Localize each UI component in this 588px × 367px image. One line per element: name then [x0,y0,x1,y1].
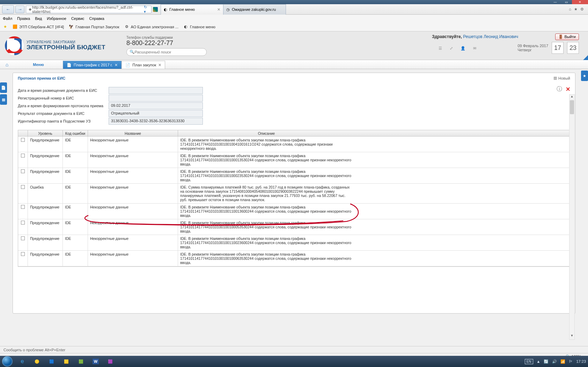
taskbar-app-2[interactable]: 🟩 [74,357,88,366]
table-row[interactable]: ПредупреждениеIDEНекорректные данныеIDE.… [18,137,570,152]
side-action-2[interactable]: ▦ [0,94,7,105]
row-checkbox-cell [18,204,28,219]
col-code: Код ошибки [63,130,88,136]
taskbar-word[interactable]: W [89,357,103,366]
panel-close-icon[interactable]: ✕ [566,86,570,93]
taskbar-ie[interactable]: e [15,357,29,366]
address-bar[interactable]: ◈ http://lk.budget.gov.ru/udu-webcenter/… [26,6,152,13]
tray-volume-icon[interactable]: 🔊 [552,359,557,364]
search-input[interactable] [134,50,204,54]
table-row[interactable]: ПредупреждениеIDEНекорректные данныеIDE.… [18,204,570,219]
tab-plan-zakupok[interactable]: 📄 План закупок ✕ [122,61,165,69]
menu-edit[interactable]: Правка [17,16,30,21]
cell-name: Некорректные данные [88,204,178,219]
tray-network-icon[interactable]: 📶 [560,359,565,364]
vertical-scrollbar[interactable]: ▲ ▼ [569,94,575,340]
menu-file[interactable]: Файл [3,16,12,21]
taskbar-explorer[interactable]: 🟨 [59,357,73,366]
browser-toolbar: ← → ◈ http://lk.budget.gov.ru/udu-webcen… [0,4,588,15]
tab-close-icon[interactable]: ✕ [217,7,220,12]
bookmark-item[interactable]: 🦅Главная Портал Закупок [69,24,119,29]
list-icon[interactable]: ☰ [439,46,442,51]
row-checkbox[interactable] [21,154,25,157]
row-checkbox[interactable] [21,205,25,209]
window-close-button[interactable]: ✕ [572,0,588,4]
mail-icon[interactable]: ✉ [473,46,476,51]
side-action-1[interactable]: 📄 [0,82,7,93]
back-button[interactable]: ← [2,5,14,14]
forward-button[interactable]: → [15,6,24,13]
user-icon[interactable]: 👤 [461,46,465,51]
taskbar-app-1[interactable]: 🟦 [45,357,59,366]
tray-chevron-icon[interactable]: ▲ [537,359,541,364]
time-minute: 23 [567,42,579,54]
tab-plan-grafik[interactable]: 📄 План-график с 2017 г. ✕ [63,61,122,69]
scroll-thumb[interactable] [570,100,574,114]
row-checkbox[interactable] [21,169,25,173]
cell-code: IDE [63,204,88,219]
table-row[interactable]: ПредупреждениеIDEНекорректные данныеIDE.… [18,152,570,168]
minimize-button[interactable]: — [550,0,561,4]
row-checkbox[interactable] [21,252,25,256]
refresh-icon[interactable]: ↻ ▾ [144,5,150,14]
language-indicator[interactable]: EN [525,359,533,364]
taskbar-chrome[interactable]: 🟡 [30,357,44,366]
scroll-down-icon[interactable]: ▼ [569,334,574,339]
favorites-star-icon[interactable]: ★ [3,24,8,29]
row-checkbox[interactable] [21,236,25,240]
new-button[interactable]: ▥ Новый [553,76,570,80]
left-side-rail: 📄 ▦ [0,82,7,106]
bookmark-item[interactable]: 🟧ЭТП Сбербанк-АСТ [#F4] [13,24,64,29]
maximize-button[interactable]: ▭ [561,0,572,4]
tab-close-icon[interactable]: ✕ [158,63,161,67]
row-checkbox[interactable] [21,138,25,142]
error-grid: Уровень Код ошибки Название Описание Пре… [18,130,570,267]
browser-tab-active[interactable]: ◐ Главное меню ✕ [161,4,223,15]
search-provider-icon[interactable] [153,7,158,12]
tray-clock[interactable]: 17:23 [576,359,586,364]
menu-favorites[interactable]: Избранное [47,16,66,21]
expand-icon[interactable]: ⤢ [450,46,453,51]
table-row[interactable]: ПредупреждениеIDEНекорректные данныеIDE.… [18,168,570,184]
bookmark-item[interactable]: ⚙АО Единая электронная ... [124,24,178,29]
menu-tools[interactable]: Сервис [71,16,84,21]
corner-decoration-icon [583,55,588,60]
table-row[interactable]: ПредупреждениеIDEНекорректные данныеIDE.… [18,235,570,251]
logout-button[interactable]: 🚪 Выйти [555,34,579,40]
side-favorite[interactable]: ★ [581,71,588,81]
home-icon[interactable]: ⌂ [569,7,571,12]
cell-level: Предупреждение [28,204,63,219]
report-problem-hint[interactable]: Сообщить о проблеме Alt+P+Enter [3,348,65,352]
menu-help[interactable]: Справка [89,16,104,21]
browser-tab-inactive[interactable]: ◷ Ожидание zakupki.gov.ru [223,4,286,15]
menu-view[interactable]: Вид [35,16,42,21]
tab-label: План-график с 2017 г. [74,63,112,67]
username-link[interactable]: Решетцов Леонид Иванович [463,34,518,39]
support-phone: 8-800-222-27-77 [126,39,207,47]
home-tab[interactable]: ⌂ [0,60,14,69]
row-checkbox[interactable] [21,221,25,225]
tray-flag-icon[interactable]: 🏳 [569,359,573,364]
cell-code: IDE [63,235,88,250]
info-icon[interactable]: ⓘ [557,86,562,93]
cell-desc: IDE. В реквизите Наименование объекта за… [178,219,355,235]
table-row[interactable]: ПредупреждениеIDEНекорректные данныеIDE.… [18,251,570,266]
search-field[interactable]: 🔍 [126,48,207,56]
bookmark-icon: ⚙ [124,24,129,29]
taskbar-app-3[interactable]: 🟪 [103,357,117,366]
col-desc: Описание [178,130,355,136]
menu-tab[interactable]: Меню [14,60,63,69]
user-greeting: Здравствуйте, Решетцов Леонид Иванович [432,34,518,39]
bookmark-item[interactable]: ◐Главное меню [183,24,215,29]
favorites-icon[interactable]: ★ [574,7,578,12]
system-tray: EN ▲ 🔄 🔊 📶 🏳 17:23 [525,359,586,364]
start-button[interactable] [2,356,13,367]
panel-header: Протокол приема от ЕИС ▥ Новый [13,73,575,83]
tray-sync-icon[interactable]: 🔄 [544,359,549,364]
tab-close-icon[interactable]: ✕ [115,63,118,67]
tools-icon[interactable]: ⚙ [580,7,584,12]
scroll-up-icon[interactable]: ▲ [569,95,574,100]
table-row[interactable]: ОшибкаIDEНекорректные данныеIDE. Сумма п… [18,184,570,204]
table-row[interactable]: ПредупреждениеIDEНекорректные данныеIDE.… [18,219,570,235]
row-checkbox[interactable] [21,185,25,189]
